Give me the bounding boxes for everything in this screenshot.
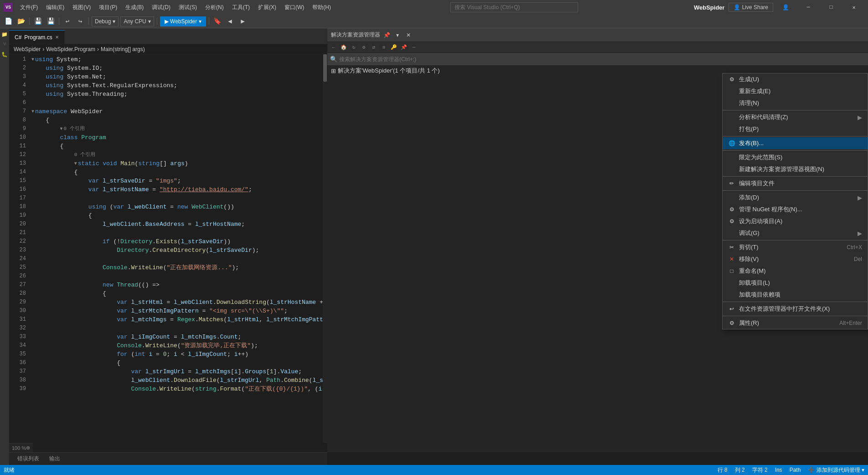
cm-cut[interactable]: ✂ 剪切(T) Ctrl+X (723, 241, 868, 253)
search-input[interactable] (450, 2, 578, 12)
tab-program-cs[interactable]: C# Program.cs ✕ (9, 30, 65, 44)
status-char[interactable]: 字符 2 (752, 466, 768, 474)
cm-open-folder[interactable]: ↩ 在文件资源管理器中打开文件夹(X) (723, 303, 868, 315)
toolbar-sep-4 (157, 18, 157, 25)
tab-icon: C# (15, 34, 21, 41)
menu-test[interactable]: 测试(S) (175, 3, 201, 12)
open-btn[interactable]: 📂 (16, 16, 26, 26)
se-search-input[interactable] (339, 56, 865, 63)
menu-debug[interactable]: 调试(D) (148, 3, 174, 12)
cm-add[interactable]: 添加(D) ▶ (723, 192, 868, 204)
code-line-12: 0 个引用 (30, 151, 327, 159)
run-button[interactable]: ▶ WebSpider ▾ (160, 16, 206, 26)
editor-scrollbar[interactable] (323, 54, 327, 443)
cm-build[interactable]: ⚙ 生成(U) (723, 73, 868, 85)
code-content[interactable]: ▼using System; using System.IO; using Sy… (30, 54, 327, 452)
se-pin-btn-2[interactable]: 📌 (399, 43, 408, 52)
cm-cut-icon: ✂ (728, 244, 735, 251)
menu-project[interactable]: 项目(P) (95, 3, 121, 12)
cm-debug-menu[interactable]: 调试(G) ▶ (723, 227, 868, 239)
bookmark-btn[interactable]: 🔖 (212, 16, 223, 26)
se-refresh-btn[interactable]: ↻ (349, 43, 358, 52)
cm-set-startup[interactable]: ⚙ 设为启动项目(A) (723, 215, 868, 227)
cm-analyze[interactable]: 分析和代码清理(Z) ▶ (723, 111, 868, 123)
cm-load-deps[interactable]: 加载项目依赖项 (723, 289, 868, 301)
bottom-tab-output[interactable]: 输出 (45, 454, 65, 465)
person-icon-btn[interactable]: 👤 (775, 0, 796, 15)
breadcrumb-sep-2: › (97, 46, 99, 52)
maximize-button[interactable]: □ (821, 0, 842, 15)
menu-help[interactable]: 帮助(H) (309, 3, 335, 12)
minimize-button[interactable]: ─ (798, 0, 819, 15)
breadcrumb-project[interactable]: WebSpider (14, 46, 41, 52)
breadcrumb-method[interactable]: Main(string[] args) (101, 46, 145, 52)
status-add-source[interactable]: ➕ 添加到源代码管理 ▾ (808, 466, 864, 474)
se-arrow-btn[interactable]: ▾ (393, 31, 402, 40)
cm-nuget[interactable]: ⚙ 管理 NuGet 程序包(N)... (723, 204, 868, 215)
breadcrumb-sep-1: › (42, 46, 44, 52)
cm-pack[interactable]: 打包(P) (723, 123, 868, 135)
se-settings-btn[interactable]: ⚙ (359, 43, 368, 52)
cm-clean[interactable]: 清理(N) (723, 97, 868, 109)
save-all-btn[interactable]: 💾 (45, 16, 56, 26)
breadcrumb-class[interactable]: WebSpider.Program (46, 46, 95, 52)
scrollbar-thumb[interactable] (323, 54, 327, 82)
code-line-6 (30, 99, 327, 107)
cm-scope[interactable]: 限定为此范围(S) (723, 151, 868, 163)
cm-new-view[interactable]: 新建解决方案资源管理器视图(N) (723, 163, 868, 175)
se-home-btn[interactable]: 🏠 (339, 43, 348, 52)
debug-dropdown[interactable]: Debug ▾ (92, 16, 119, 26)
menu-extensions[interactable]: 扩展(X) (254, 3, 280, 12)
se-minus-btn[interactable]: ─ (409, 43, 418, 52)
menu-view[interactable]: 视图(V) (69, 3, 94, 12)
cm-publish[interactable]: 🌐 发布(B)... (723, 137, 868, 149)
new-project-btn[interactable]: 📄 (3, 16, 14, 26)
menu-window[interactable]: 窗口(W) (281, 3, 308, 12)
status-col[interactable]: 列 2 (735, 466, 745, 474)
se-pin-btn[interactable]: 📌 (382, 31, 391, 40)
se-back-btn[interactable]: ← (329, 43, 338, 52)
save-btn[interactable]: 💾 (32, 16, 43, 26)
cm-scope-icon (728, 154, 735, 161)
cm-unload[interactable]: 卸载项目(L) (723, 277, 868, 289)
nav-btn-2[interactable]: ▶ (238, 16, 248, 26)
menu-analyze[interactable]: 分析(N) (202, 3, 227, 12)
se-key-btn[interactable]: 🔑 (389, 43, 398, 52)
menu-file[interactable]: 文件(F) (16, 3, 41, 12)
redo-btn[interactable]: ↪ (75, 16, 86, 26)
se-filter-btn[interactable]: ≡ (379, 43, 388, 52)
explorer-btn[interactable]: 📁 (0, 30, 9, 38)
se-sync-btn[interactable]: ⇄ (369, 43, 378, 52)
code-line-33: var l_iImgCount = l_mtchImgs.Count; (30, 333, 327, 341)
status-line[interactable]: 行 8 (718, 466, 728, 474)
cpu-dropdown[interactable]: Any CPU ▾ (120, 16, 154, 26)
code-line-11: { (30, 142, 327, 151)
status-path[interactable]: Path (790, 467, 801, 473)
status-ready[interactable]: 就绪 (4, 466, 15, 474)
cm-properties[interactable]: ⚙ 属性(R) Alt+Enter (723, 317, 868, 329)
code-line-31: var l_mtchImgs = Regex.Matches(l_strHtml… (30, 315, 327, 324)
code-line-4: using System.Text.RegularExpressions; (30, 81, 327, 90)
live-share-button[interactable]: 👤 Live Share (728, 3, 773, 12)
menu-bar: 文件(F) 编辑(E) 视图(V) 项目(P) 生成(B) 调试(D) 测试(S… (16, 3, 335, 12)
status-ins[interactable]: Ins (775, 467, 782, 473)
se-close-btn[interactable]: ✕ (404, 31, 413, 40)
git-btn[interactable]: ⑂ (0, 40, 9, 48)
cm-clean-icon (728, 99, 735, 107)
close-button[interactable]: ✕ (843, 0, 864, 15)
menu-tools[interactable]: 工具(T) (228, 3, 253, 12)
cm-rename[interactable]: □ 重命名(M) (723, 265, 868, 277)
undo-btn[interactable]: ↩ (62, 16, 73, 26)
nav-btn-1[interactable]: ◀ (225, 16, 236, 26)
breadcrumb: WebSpider › WebSpider.Program › Main(str… (9, 44, 327, 54)
cm-rebuild[interactable]: 重新生成(E) (723, 85, 868, 97)
code-line-32 (30, 324, 327, 333)
menu-edit[interactable]: 编辑(E) (42, 3, 68, 12)
cm-remove[interactable]: ✕ 移除(V) Del (723, 253, 868, 265)
debug-activity-btn[interactable]: 🐛 (0, 50, 9, 58)
tab-close-btn[interactable]: ✕ (55, 35, 59, 40)
bottom-tab-errors[interactable]: 错误列表 (13, 454, 44, 465)
menu-build[interactable]: 生成(B) (122, 3, 147, 12)
cm-edit-proj[interactable]: ✏ 编辑项目文件 (723, 177, 868, 189)
cm-debug-menu-label: 调试(G) (739, 229, 760, 237)
